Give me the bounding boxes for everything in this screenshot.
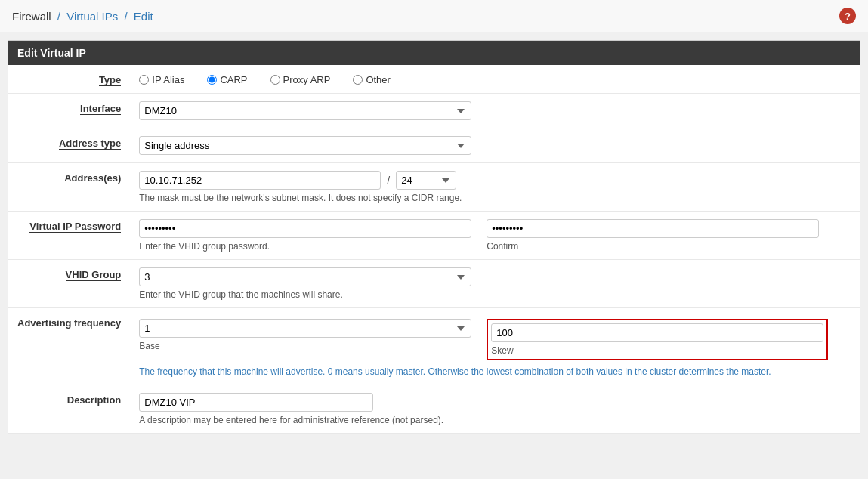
type-option-carp[interactable]: CARP [207,74,247,85]
interface-row: Interface DMZ10 [8,94,860,128]
radio-ip-alias[interactable] [139,75,149,85]
address-row: / 24 [139,171,851,190]
address-type-label-cell: Address type [8,128,133,163]
type-carp-label: CARP [220,74,247,85]
form-table: Type IP Alias CARP Proxy ARP [8,65,860,434]
breadcrumb-edit[interactable]: Edit [134,10,153,23]
adv-freq-help: The frequency that this machine will adv… [139,366,851,377]
vip-password-content: Enter the VHID group password. Confirm [133,212,860,260]
type-option-ip-alias[interactable]: IP Alias [139,74,184,85]
vhid-group-help: Enter the VHID group that the machines w… [139,289,851,300]
description-content: A description may be entered here for ad… [133,385,860,434]
type-options: IP Alias CARP Proxy ARP Other [139,73,851,85]
type-label: Type [99,74,121,86]
address-type-select[interactable]: Single address [139,136,471,155]
slash-separator: / [387,175,390,187]
interface-content: DMZ10 [133,94,860,128]
vip-password-help: Enter the VHID group password. [139,241,471,252]
radio-proxy-arp[interactable] [270,75,280,85]
description-label-cell: Description [8,385,133,434]
address-type-label: Address type [59,138,121,150]
interface-select[interactable]: DMZ10 [139,101,471,120]
vip-password-row: Virtual IP Password Enter the VHID group… [8,212,860,260]
interface-label: Interface [80,103,121,115]
vhid-group-select[interactable]: 3 [139,267,471,286]
type-other-label: Other [366,74,391,85]
addresses-label: Address(es) [64,172,121,184]
adv-base-col: 1 Base [139,319,471,360]
adv-freq-label: Advertising frequency [17,317,121,329]
adv-freq-label-cell: Advertising frequency [8,308,133,385]
password-col-main: Enter the VHID group password. [139,219,471,252]
skew-highlight-box: Skew [487,319,828,360]
password-col-confirm: Confirm [487,219,819,252]
type-proxy-arp-label: Proxy ARP [283,74,331,85]
vhid-group-label-cell: VHID Group [8,260,133,308]
adv-base-label: Base [139,341,471,351]
vip-password-label-cell: Virtual IP Password [8,212,133,260]
address-input[interactable] [139,171,381,190]
address-type-content: Single address [133,128,860,163]
breadcrumb-sep1: / [57,10,60,23]
mask-select[interactable]: 24 [396,171,456,190]
adv-freq-skew-input[interactable] [491,323,823,342]
adv-skew-col: Skew [487,319,828,360]
type-option-proxy-arp[interactable]: Proxy ARP [270,74,331,85]
radio-other[interactable] [353,75,363,85]
type-ip-alias-label: IP Alias [152,74,184,85]
addresses-label-cell: Address(es) [8,163,133,212]
description-help: A description may be entered here for ad… [139,415,851,425]
adv-freq-base-select[interactable]: 1 [139,319,471,338]
type-label-cell: Type [8,65,133,94]
description-row: Description A description may be entered… [8,385,860,434]
panel-heading: Edit Virtual IP [8,41,860,65]
vhid-group-row: VHID Group 3 Enter the VHID group that t… [8,260,860,308]
adv-skew-label: Skew [491,345,823,356]
breadcrumb-bar: Firewall / Virtual IPs / Edit ? [0,0,868,32]
help-icon[interactable]: ? [839,8,856,24]
breadcrumb-sep2: / [124,10,127,23]
type-row: Type IP Alias CARP Proxy ARP [8,65,860,94]
vip-password-confirm-label: Confirm [487,241,819,252]
breadcrumb-virtual-ips[interactable]: Virtual IPs [66,10,118,23]
radio-carp[interactable] [207,75,217,85]
address-type-row: Address type Single address [8,128,860,163]
address-help-text: The mask must be the network's subnet ma… [139,193,851,203]
edit-virtual-ip-panel: Edit Virtual IP Type IP Alias CARP [8,40,860,434]
adv-freq-content: 1 Base Skew The frequency that this mach… [133,308,860,385]
password-row: Enter the VHID group password. Confirm [139,219,851,252]
breadcrumb: Firewall / Virtual IPs / Edit [12,10,153,23]
adv-freq-row: Advertising frequency 1 Base Skew [8,308,860,385]
vip-password-label: Virtual IP Password [29,221,121,233]
vhid-group-label: VHID Group [66,269,122,281]
vip-password-input[interactable] [139,219,471,238]
breadcrumb-firewall: Firewall [12,10,51,23]
adv-full-row: 1 Base Skew [139,319,851,360]
type-content: IP Alias CARP Proxy ARP Other [133,65,860,94]
description-label: Description [67,394,122,406]
description-input[interactable] [139,393,373,412]
type-option-other[interactable]: Other [353,74,391,85]
interface-label-cell: Interface [8,94,133,128]
addresses-row: Address(es) / 24 The mask must be the ne… [8,163,860,212]
vip-password-confirm-input[interactable] [487,219,819,238]
addresses-content: / 24 The mask must be the network's subn… [133,163,860,212]
vhid-group-content: 3 Enter the VHID group that the machines… [133,260,860,308]
